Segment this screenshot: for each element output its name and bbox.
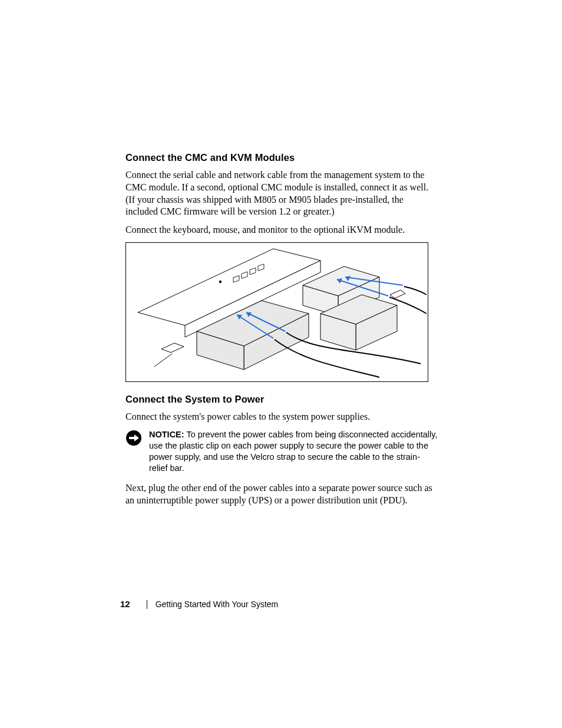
content-area: Connect the CMC and KVM Modules Connect …: [125, 152, 438, 513]
figure-cmc-kvm-diagram: [125, 242, 428, 382]
paragraph-power-2: Next, plug the other end of the power ca…: [125, 482, 438, 507]
footer-separator: [147, 600, 147, 609]
notice-text: NOTICE: To prevent the power cables from…: [149, 429, 438, 475]
document-page: Connect the CMC and KVM Modules Connect …: [0, 0, 562, 728]
notice-block: NOTICE: To prevent the power cables from…: [125, 429, 438, 475]
heading-power: Connect the System to Power: [125, 394, 438, 405]
notice-arrow-icon: [125, 430, 142, 446]
svg-rect-29: [129, 437, 135, 439]
paragraph-power-1: Connect the system's power cables to the…: [125, 411, 438, 423]
paragraph-cmc-1: Connect the serial cable and network cab…: [125, 169, 438, 218]
paragraph-cmc-2: Connect the keyboard, mouse, and monitor…: [125, 224, 438, 236]
heading-cmc-kvm: Connect the CMC and KVM Modules: [125, 152, 438, 163]
svg-point-27: [219, 281, 222, 283]
page-footer: 12 Getting Started With Your System: [120, 599, 278, 609]
notice-label: NOTICE:: [149, 430, 184, 439]
footer-page-number: 12: [120, 599, 130, 609]
svg-line-26: [154, 354, 172, 367]
footer-title: Getting Started With Your System: [156, 599, 279, 609]
notice-body: To prevent the power cables from being d…: [149, 430, 438, 473]
